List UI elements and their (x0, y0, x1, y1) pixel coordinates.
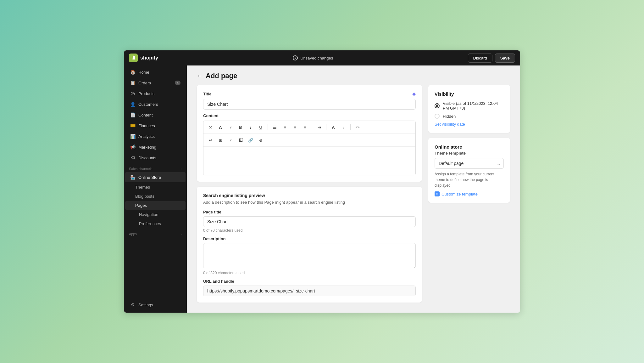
toolbar-link[interactable]: 🔗 (246, 136, 255, 145)
sidebar-item-customers[interactable]: 👤 Customers (125, 99, 186, 109)
sidebar-item-orders[interactable]: 📋 Orders 4 (125, 78, 186, 88)
sidebar-item-finances[interactable]: 💳 Finances (125, 121, 186, 131)
toolbar-font-select[interactable]: A (216, 123, 225, 132)
visibility-visible-option[interactable]: Visible (as of 11/1/2023, 12:04 PM GMT+3… (435, 101, 504, 111)
sidebar-item-discounts[interactable]: 🏷 Discounts (125, 153, 186, 163)
content-label: Content (203, 113, 416, 118)
toolbar-row-1: ✕ A ∨ B I U ☰ ≡ ≡ ≡ (203, 121, 415, 134)
discard-button[interactable]: Discard (468, 54, 492, 63)
title-label-text: Title (203, 92, 212, 96)
main-layout: 🏠 Home 📋 Orders 4 🛍 Products 👤 Customers… (124, 65, 520, 313)
toolbar-underline[interactable]: U (256, 123, 265, 132)
sidebar-label-analytics: Analytics (138, 134, 155, 139)
sidebar-item-products[interactable]: 🛍 Products (125, 88, 186, 99)
unsaved-icon: ℹ (293, 55, 298, 60)
sidebar-sub-label-navigation: Navigation (139, 212, 158, 217)
toolbar-color-chevron[interactable]: ∨ (339, 123, 348, 132)
sidebar-item-settings[interactable]: ⚙ Settings (125, 300, 186, 310)
sidebar-sub-themes[interactable]: Themes (125, 183, 186, 191)
seo-page-title-input[interactable] (203, 216, 416, 227)
toolbar-sep-3 (326, 124, 326, 130)
online-store-icon: 🏪 (130, 175, 135, 180)
sidebar-label-content: Content (138, 113, 153, 117)
sidebar-item-home[interactable]: 🏠 Home (125, 67, 186, 77)
customize-label: Customize template (441, 192, 478, 196)
sidebar-sub-pages[interactable]: Pages (125, 201, 186, 210)
sidebar-label-customers: Customers (138, 102, 158, 107)
page-title-char-count: 0 of 70 characters used (203, 228, 416, 233)
settings-icon: ⚙ (130, 302, 135, 307)
logo-text: shopify (140, 55, 158, 61)
toolbar-font-chevron[interactable]: ∨ (226, 123, 235, 132)
sidebar-item-analytics[interactable]: 📊 Analytics (125, 131, 186, 141)
ai-assist-icon[interactable]: ◈ (412, 91, 416, 96)
sidebar-sub-blog-posts[interactable]: Blog posts (125, 192, 186, 201)
visibility-hidden-option[interactable]: Hidden (435, 114, 504, 119)
visible-label: Visible (as of 11/1/2023, 12:04 PM GMT+3… (443, 101, 504, 111)
page-main: Title ◈ document.querySelector('[data-na… (197, 85, 422, 303)
apps-section: Apps › (124, 228, 187, 237)
toolbar-table-chevron[interactable]: ∨ (226, 136, 235, 145)
toolbar-indent[interactable]: ⇥ (315, 123, 324, 132)
set-visibility-link[interactable]: Set visibility date (435, 122, 504, 127)
topbar-center: ℹ Unsaved changes (158, 55, 468, 60)
home-icon: 🏠 (130, 70, 135, 75)
sales-channels-section: Sales channels › (124, 163, 187, 172)
theme-template-select-wrapper: Default page (435, 158, 504, 169)
toolbar-text-color[interactable]: A (329, 123, 338, 132)
seo-card: Search engine listing preview Add a desc… (197, 187, 422, 303)
sidebar-sub-label-themes: Themes (135, 185, 150, 190)
seo-description-input[interactable] (203, 243, 416, 268)
customize-template-link[interactable]: ⊞ Customize template (435, 191, 504, 196)
sidebar-label-home: Home (138, 70, 149, 75)
toolbar-align-left[interactable]: ☰ (270, 123, 279, 132)
visible-radio-dot (436, 105, 438, 107)
toolbar-italic[interactable]: I (246, 123, 255, 132)
title-input[interactable] (203, 99, 416, 110)
sidebar-label-marketing: Marketing (138, 145, 156, 150)
editor-toolbar: ✕ A ∨ B I U ☰ ≡ ≡ ≡ (203, 121, 416, 175)
sidebar-label-products: Products (138, 91, 154, 96)
sidebar-sub-label-preferences: Preferences (139, 221, 161, 226)
sidebar-sub-label-pages: Pages (135, 203, 147, 208)
sidebar-item-marketing[interactable]: 📢 Marketing (125, 142, 186, 152)
toolbar-align-justify[interactable]: ≡ (301, 123, 309, 132)
editor-content[interactable] (203, 147, 415, 175)
finances-icon: 💳 (130, 123, 135, 128)
content-area: ← Add page Title ◈ document.querySel (187, 65, 520, 313)
toolbar-row-2: ↩ ⊞ ∨ 🖼 🔗 ⊕ (203, 134, 415, 147)
theme-template-select[interactable]: Default page (435, 158, 504, 169)
toolbar-align-right[interactable]: ≡ (291, 123, 299, 132)
page-header: ← Add page (187, 65, 520, 85)
seo-description: Add a description to see how this Page m… (203, 200, 416, 205)
discounts-icon: 🏷 (130, 155, 135, 160)
shopify-icon (129, 54, 138, 62)
toolbar-undo[interactable]: ↩ (206, 136, 215, 145)
sidebar-sub-preferences[interactable]: Preferences (125, 219, 186, 228)
apps-expand-icon: › (180, 232, 182, 236)
toolbar-source[interactable]: <> (353, 123, 362, 132)
toolbar-more[interactable]: ⊕ (256, 136, 265, 145)
back-button[interactable]: ← (197, 73, 202, 79)
toolbar-sep-2 (312, 124, 312, 130)
topbar: shopify ℹ Unsaved changes Discard Save (124, 50, 520, 65)
toolbar-bold[interactable]: B (236, 123, 245, 132)
toolbar-table[interactable]: ⊞ (216, 136, 225, 145)
sales-channels-label: Sales channels (129, 167, 153, 171)
toolbar-clear-format[interactable]: ✕ (206, 123, 215, 132)
products-icon: 🛍 (130, 91, 135, 96)
toolbar-align-center[interactable]: ≡ (280, 123, 289, 132)
app-window: shopify ℹ Unsaved changes Discard Save 🏠… (124, 50, 520, 313)
save-button[interactable]: Save (495, 54, 515, 63)
toolbar-image[interactable]: 🖼 (236, 136, 245, 145)
url-handle-input[interactable] (203, 286, 416, 296)
orders-icon: 📋 (130, 80, 135, 85)
hidden-label: Hidden (443, 114, 456, 119)
visibility-title: Visibility (435, 91, 504, 97)
sidebar-item-content[interactable]: 📄 Content (125, 110, 186, 120)
sidebar-sub-navigation[interactable]: Navigation (125, 210, 186, 219)
sidebar-label-online-store: Online Store (138, 175, 161, 180)
sidebar-item-online-store[interactable]: 🏪 Online Store (125, 172, 186, 182)
topbar-actions: Discard Save (468, 54, 515, 63)
page-sidebar: Visibility Visible (as of 11/1/2023, 12:… (428, 85, 510, 303)
